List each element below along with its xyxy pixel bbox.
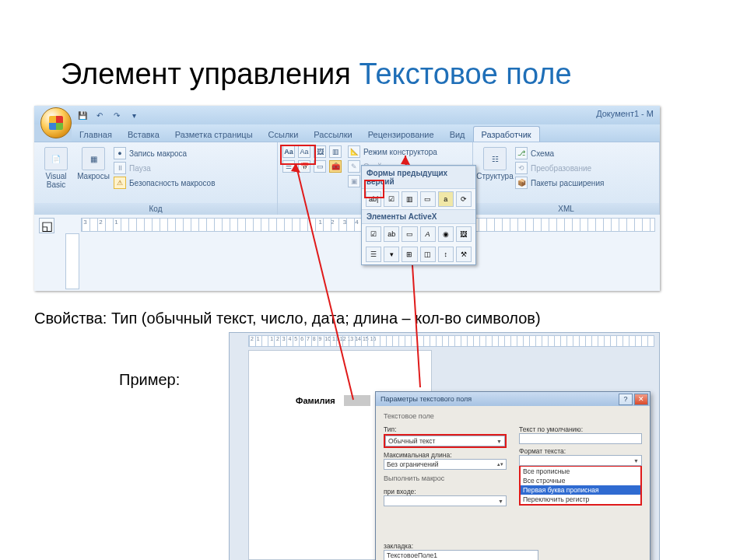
tab-refs[interactable]: Ссылки bbox=[261, 127, 307, 142]
slide-title: Элемент управления Текстовое поле bbox=[61, 58, 572, 91]
tab-view[interactable]: Вид bbox=[442, 127, 473, 142]
transform-icon: ⟲ bbox=[515, 162, 528, 174]
macros-icon: ▦ bbox=[82, 147, 105, 170]
structure-icon: ☷ bbox=[483, 147, 507, 170]
maxlen-input[interactable]: Без ограничений▴▾ bbox=[384, 459, 507, 470]
activex-list-icon[interactable]: ☰ bbox=[366, 247, 381, 262]
save-icon[interactable]: 💾 bbox=[75, 107, 90, 123]
legacy-forms-header: Формы предыдущих версий bbox=[362, 166, 475, 189]
dialog-titlebar[interactable]: Параметры текстового поля ? ✕ bbox=[376, 392, 650, 406]
format-combo[interactable]: ▼ bbox=[519, 455, 642, 466]
design-icon: 📐 bbox=[348, 145, 360, 158]
structure-button[interactable]: ☷ Структура bbox=[478, 145, 512, 200]
bookmark-input[interactable]: ТекстовоеПоле1 bbox=[384, 550, 538, 560]
window-title: Документ1 - M bbox=[596, 109, 654, 118]
legacy-reset-icon[interactable]: ⟳ bbox=[456, 191, 472, 207]
format-option[interactable]: Все прописные bbox=[521, 467, 640, 476]
format-combo-list[interactable]: Все прописные Все строчные Первая буква … bbox=[519, 466, 642, 506]
schema-button[interactable]: ⎇Схема bbox=[515, 147, 604, 159]
maxlen-label: Максимальная длина: bbox=[384, 451, 507, 459]
combo-control-icon[interactable]: ▥ bbox=[329, 145, 342, 158]
office-button[interactable] bbox=[40, 107, 72, 138]
close-button[interactable]: ✕ bbox=[634, 394, 648, 405]
field-label-surname: Фамилия bbox=[296, 396, 335, 405]
ribbon-tabs: Главная Вставка Разметка страницы Ссылки… bbox=[72, 124, 660, 142]
activex-scroll-icon[interactable]: ↕ bbox=[438, 247, 454, 262]
format-option[interactable]: Все строчные bbox=[521, 476, 640, 485]
format-option[interactable]: Переключить регистр bbox=[521, 495, 640, 504]
pause-macro-button: ⏸Пауза bbox=[114, 162, 216, 174]
form-text-field[interactable] bbox=[344, 395, 370, 406]
format-label: Формат текста: bbox=[519, 447, 642, 455]
properties-description: Свойства: Тип (обычный текст, число, дат… bbox=[34, 310, 541, 327]
type-combo[interactable]: Обычный текст▼ bbox=[385, 436, 505, 446]
document-area: ◱ 3 2 1 1 2 3 4 5 6 7 bbox=[34, 215, 660, 291]
block-control-icon[interactable]: ▭ bbox=[314, 160, 326, 173]
legacy-checkbox-icon[interactable]: ☑ bbox=[384, 191, 399, 207]
pause-icon: ⏸ bbox=[114, 162, 126, 174]
activex-checkbox-icon[interactable]: ☑ bbox=[366, 226, 381, 242]
tab-review[interactable]: Рецензирование bbox=[360, 127, 442, 142]
macro-security-button[interactable]: ⚠Безопасность макросов bbox=[114, 177, 216, 189]
enter-macro-label: при входе: bbox=[384, 488, 507, 495]
vertical-ruler[interactable] bbox=[65, 233, 79, 289]
extension-packs-button[interactable]: 📦Пакеты расширения bbox=[515, 177, 604, 189]
tab-mail[interactable]: Рассылки bbox=[306, 127, 359, 142]
help-button[interactable]: ? bbox=[619, 394, 633, 405]
visual-basic-button[interactable]: 📄 Visual Basic bbox=[39, 145, 73, 200]
legacy-tools-dropdown: Формы предыдущих версий ab| ☑ ▥ ▭ a ⟳ Эл… bbox=[361, 165, 476, 265]
warning-icon: ⚠ bbox=[114, 177, 126, 189]
ribbon: 📄 Visual Basic ▦ Макросы ●Запись макроса… bbox=[34, 142, 660, 216]
dialog-title-text: Параметры текстового поля bbox=[381, 395, 472, 403]
picture-control-icon[interactable]: 🖼 bbox=[314, 145, 326, 158]
tab-layout[interactable]: Разметка страницы bbox=[167, 127, 261, 142]
design-mode-button[interactable]: 📐Режим конструктора bbox=[348, 145, 437, 158]
example-ruler[interactable]: 2 1 1 2 3 4 5 6 7 8 9 10 11 12 13 14 15 … bbox=[248, 335, 654, 347]
activex-spin-icon[interactable]: ◫ bbox=[420, 247, 436, 262]
activex-textbox-icon[interactable]: ab bbox=[384, 226, 399, 242]
group-icon: ▣ bbox=[348, 175, 360, 187]
section-textfield: Текстовое поле bbox=[384, 412, 642, 420]
word-window: 💾 ↶ ↷ ▾ Документ1 - M Главная Вставка Ра… bbox=[34, 106, 660, 291]
legacy-tools-icon[interactable]: 🧰 bbox=[329, 160, 342, 173]
tab-developer[interactable]: Разработчик bbox=[473, 126, 540, 142]
date-control-icon[interactable]: 📅 bbox=[298, 160, 310, 173]
legacy-textbox-icon[interactable]: ab| bbox=[366, 191, 381, 207]
example-label: Пример: bbox=[119, 371, 180, 389]
type-label: Тип: bbox=[384, 425, 507, 433]
default-input[interactable] bbox=[519, 433, 642, 444]
legacy-dropdown-icon[interactable]: ▥ bbox=[402, 191, 417, 207]
group-label-code: Код bbox=[34, 203, 277, 215]
activex-option-icon[interactable]: ◉ bbox=[438, 226, 454, 242]
legacy-shading-icon[interactable]: a bbox=[438, 191, 454, 207]
activex-image-icon[interactable]: 🖼 bbox=[456, 226, 472, 242]
record-icon: ● bbox=[114, 147, 126, 159]
record-macro-button[interactable]: ●Запись макроса bbox=[114, 147, 216, 159]
default-label: Текст по умолчанию: bbox=[519, 425, 642, 433]
vb-icon: 📄 bbox=[44, 147, 68, 170]
plain-text-control-icon[interactable]: Aa bbox=[298, 145, 310, 158]
tab-insert[interactable]: Вставка bbox=[120, 127, 167, 142]
bookmark-label: закладка: bbox=[384, 542, 642, 550]
activex-toggle-icon[interactable]: ⊞ bbox=[402, 247, 417, 262]
rich-text-control-icon[interactable]: Aa bbox=[282, 145, 295, 158]
macros-button[interactable]: ▦ Макросы bbox=[76, 145, 110, 200]
activex-button-icon[interactable]: ▭ bbox=[402, 226, 417, 242]
tab-home[interactable]: Главная bbox=[72, 127, 120, 142]
undo-icon[interactable]: ↶ bbox=[92, 107, 107, 123]
dropdown-control-icon[interactable]: ☰ bbox=[282, 160, 295, 173]
enter-macro-combo[interactable]: ▼ bbox=[384, 495, 507, 506]
legacy-frame-icon[interactable]: ▭ bbox=[420, 191, 436, 207]
text-field-options-dialog: Параметры текстового поля ? ✕ Текстовое … bbox=[375, 391, 651, 560]
format-option-selected[interactable]: Первая буква прописная bbox=[521, 485, 640, 495]
activex-label-icon[interactable]: A bbox=[420, 226, 436, 242]
activex-header: Элементы ActiveX bbox=[362, 209, 475, 224]
activex-more-icon[interactable]: ⚒ bbox=[456, 247, 472, 262]
qat-customize-icon[interactable]: ▾ bbox=[126, 107, 142, 123]
view-selector-icon[interactable]: ◱ bbox=[39, 218, 54, 233]
activex-combo-icon[interactable]: ▾ bbox=[384, 247, 399, 262]
properties-icon: ✎ bbox=[348, 160, 360, 173]
package-icon: 📦 bbox=[515, 177, 528, 189]
redo-icon[interactable]: ↷ bbox=[109, 107, 124, 123]
transform-button[interactable]: ⟲Преобразование bbox=[515, 162, 604, 174]
